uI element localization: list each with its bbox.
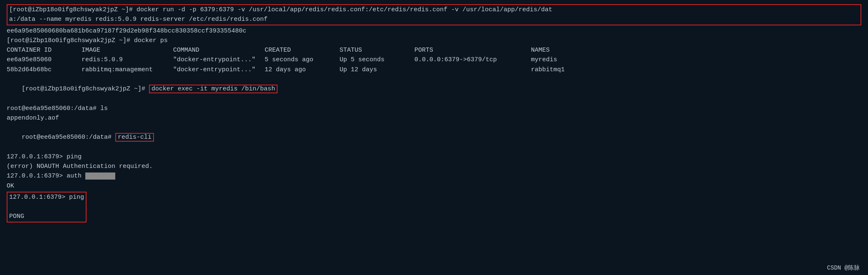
pong-response: PONG xyxy=(9,212,84,221)
container-id-output: ee6a95e85060680ba681b6ca97187f29d2eb98f3… xyxy=(7,26,861,36)
cell-cmd-2: "docker-entrypoint..." xyxy=(173,65,265,75)
prompt-3: [root@iZbp18o0ifg8chswyak2jpZ ~]# xyxy=(22,85,149,92)
table-row-rabbitmq: 58b2d64b68bc rabbitmq:management "docker… xyxy=(7,65,861,75)
cell-ports-1: 0.0.0.0:6379->6379/tcp xyxy=(414,55,531,65)
cell-names-2: rabbitmq1 xyxy=(531,65,606,75)
cmd-docker-run-cont: a:/data --name myredis redis:5.0.9 redis… xyxy=(9,16,268,23)
table-row-redis: ee6a95e85060 redis:5.0.9 "docker-entrypo… xyxy=(7,55,861,65)
cell-status-1: Up 5 seconds xyxy=(340,55,414,65)
cell-cid-2: 58b2d64b68bc xyxy=(7,65,82,75)
cell-status-2: Up 12 days xyxy=(340,65,414,75)
col-container-id: CONTAINER ID xyxy=(7,45,82,55)
col-created: CREATED xyxy=(265,45,340,55)
cell-ports-2 xyxy=(414,65,531,75)
prompt-2: [root@iZbp18o0ifg8chswyak2jpZ ~]# xyxy=(7,37,134,44)
cell-created-2: 12 days ago xyxy=(265,65,340,75)
cmd-docker-run: docker run -d -p 6379:6379 -v /usr/local… xyxy=(136,6,552,13)
prompt-4: root@ee6a95e85060:/data# xyxy=(22,134,115,141)
cell-cmd-1: "docker-entrypoint..." xyxy=(173,55,265,65)
docker-run-line: [root@iZbp18o0ifg8chswyak2jpZ ~]# docker… xyxy=(7,4,861,25)
ls-output: appendonly.aof xyxy=(7,113,861,123)
cell-names-1: myredis xyxy=(531,55,606,65)
ping-line-2: 127.0.0.1:6379> ping xyxy=(9,192,84,202)
footer-attribution: CSDN @陈脉 xyxy=(827,264,860,272)
table-header: CONTAINER ID IMAGE COMMAND CREATED STATU… xyxy=(7,45,861,55)
cell-cid-1: ee6a95e85060 xyxy=(7,55,82,65)
col-status: STATUS xyxy=(340,45,414,55)
col-ports: PORTS xyxy=(414,45,531,55)
cell-created-1: 5 seconds ago xyxy=(265,55,340,65)
cmd-redis-cli: redis-cli xyxy=(115,133,154,142)
cmd-docker-ps: docker ps xyxy=(134,37,168,44)
cell-image-1: redis:5.0.9 xyxy=(82,55,173,65)
ping-line-1: 127.0.0.1:6379> ping xyxy=(7,152,861,162)
col-image: IMAGE xyxy=(82,45,173,55)
docker-ps-line: [root@iZbp18o0ifg8chswyak2jpZ ~]# docker… xyxy=(7,36,861,45)
root-ls-line: root@ee6a95e85060:/data# ls xyxy=(7,104,861,113)
ok-response: OK xyxy=(7,181,861,191)
prompt-1: [root@iZbp18o0ifg8chswyak2jpZ ~]# xyxy=(9,6,136,13)
auth-line: 127.0.0.1:6379> auth xxxxxxxx xyxy=(7,171,861,181)
cell-image-2: rabbitmq:management xyxy=(82,65,173,75)
col-names: NAMES xyxy=(531,45,606,55)
terminal: [root@iZbp18o0ifg8chswyak2jpZ ~]# docker… xyxy=(0,0,868,275)
redis-cli-line: root@ee6a95e85060:/data# redis-cli xyxy=(7,123,861,152)
noauth-error: (error) NOAUTH Authentication required. xyxy=(7,162,861,171)
ping-boxed-block: 127.0.0.1:6379> ping PONG xyxy=(7,192,87,222)
col-command: COMMAND xyxy=(173,45,265,55)
cmd-docker-exec: docker exec -it myredis /bin/bash xyxy=(149,85,278,93)
docker-exec-line: [root@iZbp18o0ifg8chswyak2jpZ ~]# docker… xyxy=(7,75,861,104)
auth-password: xxxxxxxx xyxy=(85,172,115,180)
